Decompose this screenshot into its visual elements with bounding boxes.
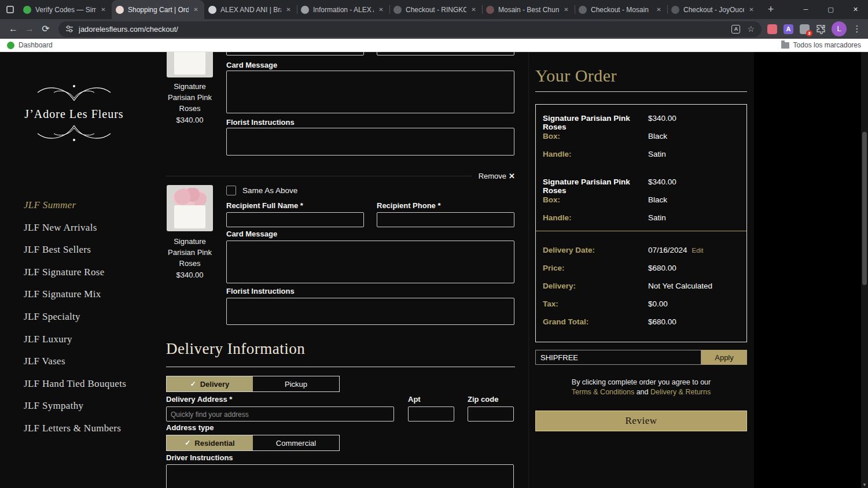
- bookmark-star-icon[interactable]: ☆: [747, 24, 755, 34]
- handle-label: Handle:: [543, 213, 648, 222]
- sidebar-item-jlf-summer[interactable]: JLF Summer: [24, 194, 126, 217]
- box-label: Box:: [543, 132, 648, 141]
- sidebar-item-jlf-best-sellers[interactable]: JLF Best Sellers: [24, 239, 126, 261]
- terms-conditions-link[interactable]: Terms & Conditions: [572, 388, 634, 396]
- translate-icon[interactable]: A: [731, 25, 740, 34]
- extension-icon-badged[interactable]: 3: [800, 24, 810, 34]
- minimize-button[interactable]: ─: [793, 0, 818, 19]
- sidebar-item-jlf-vases[interactable]: JLF Vases: [24, 350, 126, 373]
- remove-item-link[interactable]: Remove✕: [479, 172, 515, 180]
- tab-close-icon[interactable]: ✕: [654, 5, 663, 14]
- tab-search-icon[interactable]: [6, 6, 14, 13]
- tab-alex-and-ani[interactable]: ALEX AND ANI | Bracelets ✕: [204, 0, 297, 19]
- apt-input[interactable]: [408, 406, 454, 422]
- zip-code-input[interactable]: [468, 406, 514, 422]
- scroll-down-arrow-icon[interactable]: ▼: [861, 482, 868, 487]
- tab-favicon: [671, 6, 679, 14]
- florist-instructions-textarea-1[interactable]: [226, 128, 514, 156]
- tab-close-icon[interactable]: ✕: [562, 5, 571, 14]
- tab-close-icon[interactable]: ✕: [99, 5, 108, 14]
- dashboard-favicon: [7, 42, 14, 49]
- agreement-text: By clicking complete order you agree to …: [535, 378, 747, 397]
- tab-close-icon[interactable]: ✕: [469, 5, 478, 14]
- extensions-puzzle-icon[interactable]: [816, 24, 826, 34]
- logo-flourish-bottom: [31, 122, 117, 144]
- back-button[interactable]: ←: [5, 21, 21, 37]
- sidebar-item-jlf-specialty[interactable]: JLF Specialty: [24, 306, 126, 328]
- florist-instructions-label-2: Florist Instructions: [226, 287, 295, 295]
- tab-checkout-ringko[interactable]: Checkout - RINGKO ✕: [389, 0, 482, 19]
- tab-title: ALEX AND ANI | Bracelets: [220, 6, 281, 14]
- order-item-name: Signature Parisian Pink Roses: [543, 178, 648, 195]
- coupon-code-input[interactable]: [535, 350, 701, 365]
- sidebar-item-jlf-letters[interactable]: JLF Letters & Numbers: [24, 417, 126, 440]
- sidebar-item-jlf-signature-mix[interactable]: JLF Signature Mix: [24, 283, 126, 306]
- bookmark-dashboard[interactable]: Dashboard: [19, 41, 53, 49]
- tab-shopping-cart[interactable]: Shopping Cart | Order Flo ✕: [112, 0, 204, 19]
- same-as-above-checkbox[interactable]: [226, 186, 236, 195]
- order-item-price: $340.00: [648, 178, 676, 186]
- all-bookmarks-link[interactable]: Todos los marcadores: [793, 41, 861, 49]
- maximize-button[interactable]: ▢: [818, 0, 843, 19]
- address-bar[interactable]: jadorelesfleurs.com/checkout/ A ☆: [58, 21, 762, 37]
- tab-title: Checkout - JoyOuce: [683, 6, 744, 14]
- delivery-address-label: Delivery Address *: [166, 395, 232, 404]
- recipient-name-input-2[interactable]: [226, 212, 364, 227]
- tab-checkout-joyouce[interactable]: Checkout - JoyOuce ✕: [667, 0, 760, 19]
- sidebar-item-jlf-signature-rose[interactable]: JLF Signature Rose: [24, 261, 126, 284]
- section-divider: [166, 367, 515, 367]
- recipient-phone-input-1[interactable]: [377, 52, 514, 56]
- tab-close-icon[interactable]: ✕: [377, 5, 385, 14]
- profile-avatar[interactable]: L: [832, 21, 847, 36]
- forward-button[interactable]: →: [21, 21, 38, 37]
- sidebar-item-jlf-new-arrivals[interactable]: JLF New Arrivals: [24, 217, 126, 239]
- delivery-address-input[interactable]: [166, 406, 394, 422]
- browser-menu-icon[interactable]: ⋮: [851, 24, 863, 34]
- scrollbar-thumb[interactable]: [862, 132, 867, 285]
- product-caption-1: Signature Parisian Pink Roses $340.00: [166, 81, 214, 125]
- page-scrollbar[interactable]: ▼: [861, 52, 868, 488]
- tab-verify-codes[interactable]: Verify Codes — SimplyCo ✕: [19, 0, 112, 19]
- tab-close-icon[interactable]: ✕: [192, 5, 200, 14]
- florist-instructions-textarea-2[interactable]: [226, 298, 514, 325]
- florist-instructions-label-1: Florist Instructions: [226, 118, 295, 127]
- site-logo[interactable]: J’Adore Les Fleurs: [0, 82, 148, 146]
- remove-x-icon: ✕: [509, 172, 515, 180]
- recipient-name-label: Recipient Full Name *: [226, 201, 303, 210]
- driver-instructions-label: Driver Instructions: [166, 453, 233, 462]
- apply-coupon-button[interactable]: Apply: [701, 350, 747, 365]
- delivery-method-pickup[interactable]: Pickup: [253, 376, 339, 391]
- delivery-method-delivery[interactable]: ✓ Delivery: [167, 376, 253, 391]
- address-type-residential[interactable]: ✓ Residential: [167, 435, 253, 450]
- reload-button[interactable]: ⟳: [38, 21, 54, 37]
- address-type-commercial[interactable]: Commercial: [253, 435, 339, 450]
- sidebar-item-jlf-luxury[interactable]: JLF Luxury: [24, 328, 126, 351]
- close-window-button[interactable]: ✕: [843, 0, 868, 19]
- tab-close-icon[interactable]: ✕: [747, 5, 756, 14]
- bookmarks-bar: Dashboard Todos los marcadores: [0, 39, 868, 52]
- tab-favicon: [393, 6, 402, 14]
- extension-icon-coupon[interactable]: [767, 24, 777, 34]
- order-details-box: Signature Parisian Pink Roses $340.00 Bo…: [535, 104, 747, 342]
- logo-text: J’Adore Les Fleurs: [0, 108, 148, 121]
- sidebar-item-jlf-sympathy[interactable]: JLF Sympathy: [24, 395, 126, 417]
- extension-icon-a[interactable]: A: [784, 24, 793, 34]
- tab-checkout-mosain[interactable]: Checkout - Mosain ✕: [575, 0, 667, 19]
- new-tab-button[interactable]: +: [763, 2, 778, 17]
- tab-close-icon[interactable]: ✕: [284, 5, 293, 14]
- product-thumbnail-1: [167, 52, 213, 77]
- review-button[interactable]: Review: [535, 411, 747, 431]
- url-text[interactable]: jadorelesfleurs.com/checkout/: [79, 25, 731, 34]
- recipient-phone-input-2[interactable]: [377, 212, 514, 227]
- recipient-name-input-1[interactable]: [226, 52, 364, 56]
- card-message-textarea-1[interactable]: [226, 71, 514, 113]
- card-message-textarea-2[interactable]: [226, 241, 514, 283]
- driver-instructions-textarea[interactable]: [166, 464, 514, 488]
- site-settings-icon[interactable]: [65, 25, 73, 33]
- delivery-returns-link[interactable]: Delivery & Returns: [650, 388, 711, 396]
- tab-mosain-knit[interactable]: Mosain - Best Chunky Kni ✕: [482, 0, 575, 19]
- tab-strip: Verify Codes — SimplyCo ✕ Shopping Cart …: [0, 0, 868, 19]
- tab-information-alex[interactable]: Information - ALEX AND A ✕: [297, 0, 389, 19]
- sidebar-item-jlf-hand-tied[interactable]: JLF Hand Tied Bouquets: [24, 373, 126, 395]
- edit-delivery-date-link[interactable]: Edit: [692, 247, 704, 254]
